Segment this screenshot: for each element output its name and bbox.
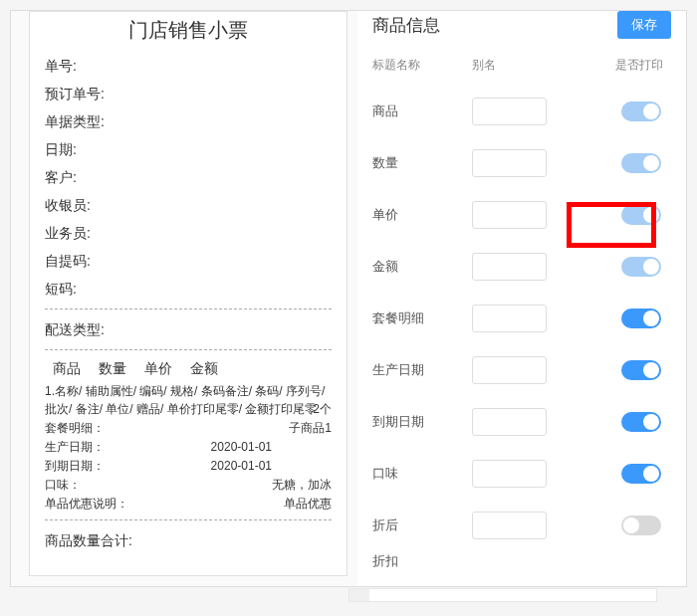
combo-label: 套餐明细： xyxy=(45,419,105,438)
toggle-amount[interactable] xyxy=(621,257,661,277)
field-salesman: 业务员: xyxy=(45,219,332,247)
col-header-title: 标题名称 xyxy=(372,57,472,74)
config-title: 商品信息 xyxy=(372,14,440,37)
config-row-product: 商品 xyxy=(372,86,671,137)
flavor-row: 口味： 无糖，加冰 xyxy=(45,476,332,495)
combo-value: 子商品1 xyxy=(289,419,332,438)
row-label: 生产日期 xyxy=(372,361,472,379)
alias-input-flavor[interactable] xyxy=(472,460,547,488)
receipt-title: 门店销售小票 xyxy=(45,17,332,44)
row-label: 折扣 xyxy=(372,552,472,570)
field-delivery-type: 配送类型: xyxy=(45,315,332,343)
field-cashier: 收银员: xyxy=(45,191,332,219)
exp-date-row: 到期日期： 2020-01-01 xyxy=(45,457,332,476)
prod-date-row: 生产日期： 2020-01-01 xyxy=(45,438,332,457)
field-order-no: 单号: xyxy=(45,52,332,80)
col-header-alias: 别名 xyxy=(472,57,562,74)
config-row-last: 折扣 xyxy=(372,551,671,571)
toggle-exp-date[interactable] xyxy=(621,412,661,432)
col-price: 单价 xyxy=(144,360,172,378)
field-reserve-no: 预订单号: xyxy=(45,80,332,107)
row-label: 到期日期 xyxy=(372,413,472,431)
alias-input-product[interactable] xyxy=(472,98,547,125)
flavor-label: 口味： xyxy=(45,476,81,495)
disc-note-row: 单品优惠说明： 单品优惠 xyxy=(45,495,332,513)
alias-input-amount[interactable] xyxy=(472,253,547,281)
item-detail-row: 1.名称/ 辅助属性/ 编码/ 规格/ 条码备注/ 条码/ 序列号/ 批次/ 备… xyxy=(45,382,332,418)
config-row-prod-date: 生产日期 xyxy=(372,344,671,396)
toggle-price[interactable] xyxy=(621,205,661,225)
save-button[interactable]: 保存 xyxy=(617,11,671,39)
row-label: 套餐明细 xyxy=(372,309,472,327)
config-row-combo: 套餐明细 xyxy=(372,293,671,344)
config-panel: 商品信息 保存 标题名称 别名 是否打印 商品 数量 单价 金额 xyxy=(357,11,686,586)
exp-date-value: 2020-01-01 xyxy=(211,457,272,476)
config-row-amount: 金额 xyxy=(372,241,671,293)
toggle-combo[interactable] xyxy=(621,308,661,328)
row-label: 金额 xyxy=(372,258,472,276)
qty-total-label: 商品数量合计: xyxy=(45,526,332,554)
col-qty: 数量 xyxy=(99,360,126,378)
alias-input-price[interactable] xyxy=(472,201,547,229)
col-product: 商品 xyxy=(53,360,81,378)
col-amount: 金额 xyxy=(190,360,218,378)
config-row-flavor: 口味 xyxy=(372,448,671,500)
field-date: 日期: xyxy=(45,135,332,163)
separator xyxy=(45,308,332,309)
flavor-value: 无糖，加冰 xyxy=(272,476,332,495)
field-doc-type: 单据类型: xyxy=(45,107,332,135)
row-label: 数量 xyxy=(372,154,472,172)
field-customer: 客户: xyxy=(45,163,332,191)
alias-input-exp-date[interactable] xyxy=(472,408,547,436)
toggle-prod-date[interactable] xyxy=(621,360,661,380)
field-pickup-code: 自提码: xyxy=(45,247,332,275)
separator xyxy=(45,519,332,520)
disc-note-label: 单品优惠说明： xyxy=(45,495,128,513)
prod-date-value: 2020-01-01 xyxy=(211,438,272,457)
row-label: 商品 xyxy=(372,103,472,120)
horizontal-scrollbar[interactable] xyxy=(348,588,657,602)
separator xyxy=(45,349,332,350)
exp-date-label: 到期日期： xyxy=(45,457,105,476)
alias-input-qty[interactable] xyxy=(472,149,547,177)
field-short-code: 短码: xyxy=(45,275,332,303)
toggle-qty[interactable] xyxy=(621,153,661,173)
config-row-after-disc: 折后 xyxy=(372,500,671,551)
alias-input-prod-date[interactable] xyxy=(472,356,547,384)
toggle-product[interactable] xyxy=(621,102,661,121)
combo-row: 套餐明细： 子商品1 xyxy=(45,419,332,438)
item-header-row: 商品 数量 单价 金额 xyxy=(45,356,332,382)
config-row-exp-date: 到期日期 xyxy=(372,396,671,448)
item-line1: 1.名称/ 辅助属性/ 编码/ 规格/ 条码备注/ 条码/ 序列号/ 批次/ 备… xyxy=(45,382,332,418)
row-label: 单价 xyxy=(372,206,472,224)
row-label: 口味 xyxy=(372,465,472,483)
config-row-qty: 数量 xyxy=(372,137,671,189)
toggle-flavor[interactable] xyxy=(621,464,661,484)
receipt-preview-panel: 门店销售小票 单号: 预订单号: 单据类型: 日期: 客户: 收银员: 业务员:… xyxy=(29,11,348,576)
row-label: 折后 xyxy=(372,516,472,534)
alias-input-after-disc[interactable] xyxy=(472,512,547,539)
toggle-after-disc[interactable] xyxy=(621,515,661,535)
col-header-print: 是否打印 xyxy=(562,57,671,74)
item-qty: 2个 xyxy=(313,400,332,419)
disc-note-value: 单品优惠 xyxy=(284,495,332,513)
prod-date-label: 生产日期： xyxy=(45,438,105,457)
config-row-price: 单价 xyxy=(372,189,671,241)
alias-input-combo[interactable] xyxy=(472,305,547,332)
config-column-header: 标题名称 别名 是否打印 xyxy=(372,49,671,86)
